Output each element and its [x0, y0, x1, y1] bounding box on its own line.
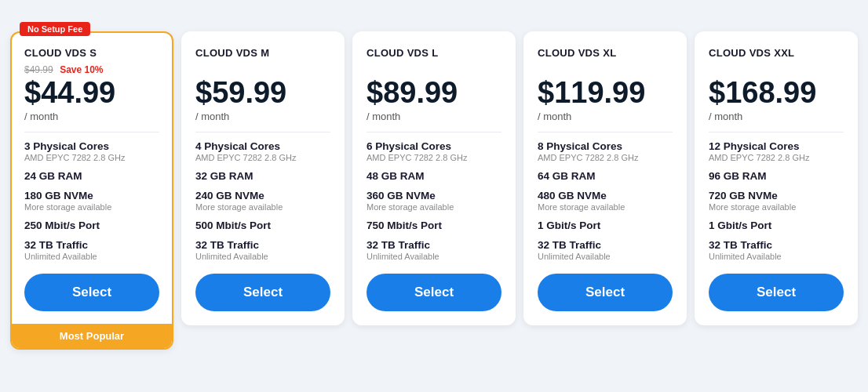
select-button[interactable]: Select [367, 274, 501, 311]
traffic-spec: 32 TB Traffic Unlimited Available [195, 239, 330, 261]
ram-label: 96 GB RAM [709, 170, 844, 182]
traffic-note: Unlimited Available [709, 252, 844, 261]
plan-price: $119.99 [538, 78, 645, 107]
spec-section: 12 Physical Cores AMD EPYC 7282 2.8 GHz … [709, 132, 844, 261]
ram-spec: 24 GB RAM [24, 170, 159, 182]
traffic-note: Unlimited Available [24, 252, 159, 261]
cores-label: 6 Physical Cores [367, 140, 501, 152]
ram-spec: 48 GB RAM [367, 170, 501, 182]
spec-section: 6 Physical Cores AMD EPYC 7282 2.8 GHz 4… [367, 132, 501, 261]
plan-price: $168.99 [709, 78, 816, 107]
select-button[interactable]: Select [538, 274, 673, 311]
ram-spec: 64 GB RAM [538, 170, 673, 182]
save-badge: Save 10% [60, 64, 103, 75]
storage-label: 480 GB NVMe [538, 190, 673, 201]
storage-note: More storage available [195, 202, 330, 212]
storage-note: More storage available [24, 202, 159, 212]
port-spec: 1 Gbit/s Port [709, 220, 844, 231]
port-label: 1 Gbit/s Port [709, 220, 844, 231]
cpu-label: AMD EPYC 7282 2.8 GHz [367, 153, 501, 162]
ram-label: 64 GB RAM [538, 170, 673, 182]
port-spec: 750 Mbit/s Port [367, 220, 501, 231]
ram-label: 48 GB RAM [367, 170, 501, 182]
card-inner: CLOUD VDS XL $119.99 / month 8 Physical … [538, 47, 673, 311]
price-period: / month [24, 111, 159, 122]
port-label: 1 Gbit/s Port [538, 220, 673, 231]
traffic-spec: 32 TB Traffic Unlimited Available [709, 239, 844, 261]
spec-section: 8 Physical Cores AMD EPYC 7282 2.8 GHz 6… [538, 132, 673, 261]
cores-spec: 8 Physical Cores AMD EPYC 7282 2.8 GHz [538, 140, 673, 162]
port-label: 250 Mbit/s Port [24, 220, 159, 231]
traffic-label: 32 TB Traffic [195, 239, 330, 251]
select-button[interactable]: Select [195, 274, 330, 311]
storage-note: More storage available [709, 202, 844, 212]
traffic-label: 32 TB Traffic [538, 239, 673, 251]
port-spec: 500 Mbit/s Port [195, 220, 330, 231]
ram-label: 24 GB RAM [24, 170, 159, 182]
price-period: / month [538, 111, 673, 122]
card-inner: CLOUD VDS L $89.99 / month 6 Physical Co… [367, 47, 501, 311]
plan-name: CLOUD VDS M [195, 47, 330, 59]
plan-card-vds-l: CLOUD VDS L $89.99 / month 6 Physical Co… [352, 31, 516, 325]
cores-spec: 4 Physical Cores AMD EPYC 7282 2.8 GHz [195, 140, 330, 162]
storage-note: More storage available [538, 202, 673, 212]
select-button[interactable]: Select [24, 274, 159, 311]
plan-price: $89.99 [367, 78, 458, 107]
storage-spec: 180 GB NVMe More storage available [24, 190, 159, 212]
ram-label: 32 GB RAM [195, 170, 330, 182]
storage-note: More storage available [367, 202, 501, 212]
cores-label: 3 Physical Cores [24, 140, 159, 152]
port-spec: 1 Gbit/s Port [538, 220, 673, 231]
traffic-spec: 32 TB Traffic Unlimited Available [24, 239, 159, 261]
storage-spec: 360 GB NVMe More storage available [367, 190, 501, 212]
plan-name: CLOUD VDS L [367, 47, 501, 59]
cpu-label: AMD EPYC 7282 2.8 GHz [538, 153, 673, 162]
price-period: / month [709, 111, 844, 122]
storage-spec: 720 GB NVMe More storage available [709, 190, 844, 212]
cores-spec: 12 Physical Cores AMD EPYC 7282 2.8 GHz [709, 140, 844, 162]
traffic-label: 32 TB Traffic [709, 239, 844, 251]
select-button[interactable]: Select [709, 274, 844, 311]
cpu-label: AMD EPYC 7282 2.8 GHz [24, 153, 159, 162]
plan-name: CLOUD VDS XXL [709, 47, 844, 59]
plan-price: $44.99 [24, 78, 115, 107]
traffic-note: Unlimited Available [367, 252, 501, 261]
cores-label: 12 Physical Cores [709, 140, 844, 152]
plan-name: CLOUD VDS S [24, 47, 159, 59]
storage-label: 180 GB NVMe [24, 190, 159, 201]
port-spec: 250 Mbit/s Port [24, 220, 159, 231]
storage-label: 240 GB NVMe [195, 190, 330, 201]
cpu-label: AMD EPYC 7282 2.8 GHz [195, 153, 330, 162]
card-inner: CLOUD VDS M $59.99 / month 4 Physical Co… [195, 47, 330, 311]
traffic-label: 32 TB Traffic [24, 239, 159, 251]
traffic-spec: 32 TB Traffic Unlimited Available [538, 239, 673, 261]
ram-spec: 32 GB RAM [195, 170, 330, 182]
storage-label: 360 GB NVMe [367, 190, 501, 201]
plan-card-vds-xxl: CLOUD VDS XXL $168.99 / month 12 Physica… [695, 31, 858, 325]
cpu-label: AMD EPYC 7282 2.8 GHz [709, 153, 844, 162]
original-price: $49.99 [24, 64, 53, 75]
card-inner: CLOUD VDS S $49.99 Save 10% $44.99 / mon… [24, 47, 159, 324]
storage-label: 720 GB NVMe [709, 190, 844, 201]
spec-section: 3 Physical Cores AMD EPYC 7282 2.8 GHz 2… [24, 132, 159, 261]
traffic-note: Unlimited Available [195, 252, 330, 261]
price-period: / month [367, 111, 501, 122]
plans-container: No Setup Fee CLOUD VDS S $49.99 Save 10%… [8, 16, 860, 350]
traffic-spec: 32 TB Traffic Unlimited Available [367, 239, 501, 261]
plan-card-vds-xl: CLOUD VDS XL $119.99 / month 8 Physical … [523, 31, 687, 325]
ram-spec: 96 GB RAM [709, 170, 844, 182]
plan-card-vds-m: CLOUD VDS M $59.99 / month 4 Physical Co… [181, 31, 345, 325]
plan-name: CLOUD VDS XL [538, 47, 673, 59]
cores-spec: 6 Physical Cores AMD EPYC 7282 2.8 GHz [367, 140, 501, 162]
plan-card-vds-s: No Setup Fee CLOUD VDS S $49.99 Save 10%… [10, 31, 173, 350]
no-setup-badge: No Setup Fee [20, 22, 90, 36]
most-popular-bar: Most Popular [12, 324, 172, 348]
card-inner: CLOUD VDS XXL $168.99 / month 12 Physica… [709, 47, 844, 311]
cores-label: 8 Physical Cores [538, 140, 673, 152]
plan-price: $59.99 [195, 78, 286, 107]
storage-spec: 240 GB NVMe More storage available [195, 190, 330, 212]
price-period: / month [195, 111, 330, 122]
spec-section: 4 Physical Cores AMD EPYC 7282 2.8 GHz 3… [195, 132, 330, 261]
storage-spec: 480 GB NVMe More storage available [538, 190, 673, 212]
port-label: 750 Mbit/s Port [367, 220, 501, 231]
